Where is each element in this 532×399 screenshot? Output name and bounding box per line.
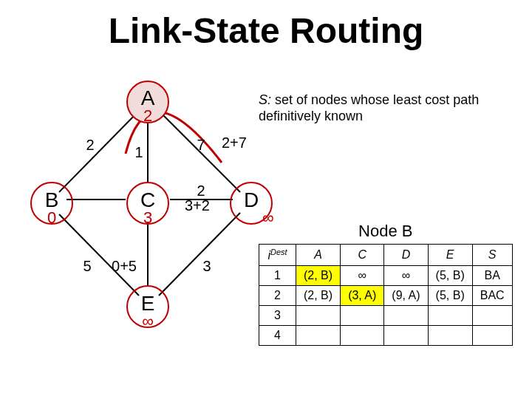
node-E-sub: ∞ bbox=[142, 312, 154, 330]
cell-E: (5, B) bbox=[428, 266, 472, 286]
table-header-row: iDest A C D E S bbox=[259, 245, 513, 266]
edge-label-BE: 5 bbox=[83, 258, 91, 274]
table-row: 1(2, B)∞∞(5, B)BA bbox=[259, 266, 513, 286]
cell-E: (5, B) bbox=[428, 286, 472, 306]
edge-label-AC: 1 bbox=[134, 144, 143, 160]
col-D: D bbox=[384, 245, 428, 266]
edge-BE bbox=[59, 214, 139, 296]
cell-D bbox=[384, 306, 428, 326]
edge-DE bbox=[159, 213, 240, 296]
node-A-label: A bbox=[141, 86, 155, 109]
anno-cd-calc: 3+2 bbox=[185, 197, 210, 214]
cell-A bbox=[296, 306, 341, 326]
cell-D: (9, A) bbox=[384, 286, 428, 306]
cell-D bbox=[384, 326, 428, 346]
table-row: 2(2, B)(3, A)(9, A)(5, B)BAC bbox=[259, 286, 513, 306]
cell-S bbox=[472, 306, 512, 326]
col-S: S bbox=[472, 245, 512, 266]
node-D-label: D bbox=[244, 188, 259, 211]
node-B-label: B bbox=[45, 188, 59, 211]
cell-A: (2, B) bbox=[296, 286, 341, 306]
cell-A bbox=[296, 326, 341, 346]
cell-S: BAC bbox=[472, 286, 512, 306]
cell-D: ∞ bbox=[384, 266, 428, 286]
table-row: 3 bbox=[259, 306, 513, 326]
edge-label-AB: 2 bbox=[86, 137, 94, 153]
cell-C bbox=[341, 306, 384, 326]
cell-iter: 2 bbox=[259, 286, 296, 306]
node-A-sub: 2 bbox=[143, 106, 152, 125]
cell-iter: 3 bbox=[259, 306, 296, 326]
node-C-sub: 3 bbox=[143, 208, 152, 227]
edge-label-CE: 0+5 bbox=[112, 258, 137, 274]
routing-table-wrap: Node B iDest A C D E S 1(2, B)∞∞(5, B)BA… bbox=[259, 222, 513, 346]
col-E: E bbox=[428, 245, 472, 266]
node-B-sub: 0 bbox=[47, 208, 56, 227]
cell-iter: 4 bbox=[259, 326, 296, 346]
cell-E bbox=[428, 306, 472, 326]
cell-E bbox=[428, 326, 472, 346]
cell-S: BA bbox=[472, 266, 512, 286]
anno-ad-calc: 2+7 bbox=[222, 134, 247, 151]
col-A: A bbox=[296, 245, 341, 266]
col-iter: iDest bbox=[259, 245, 296, 266]
cell-iter: 1 bbox=[259, 266, 296, 286]
table-caption: Node B bbox=[259, 222, 513, 241]
edge-label-CD: 2 bbox=[197, 183, 205, 199]
page-title: Link-State Routing bbox=[0, 0, 532, 51]
cell-C bbox=[341, 326, 384, 346]
routing-table: iDest A C D E S 1(2, B)∞∞(5, B)BA2(2, B)… bbox=[259, 244, 513, 346]
node-E-label: E bbox=[141, 292, 155, 315]
cell-C: (3, A) bbox=[341, 286, 384, 306]
edge-label-AD: 7 bbox=[197, 137, 205, 153]
cell-A: (2, B) bbox=[296, 266, 341, 286]
table-row: 4 bbox=[259, 326, 513, 346]
cell-S bbox=[472, 326, 512, 346]
node-C-label: C bbox=[140, 188, 155, 211]
col-C: C bbox=[341, 245, 384, 266]
cell-C: ∞ bbox=[341, 266, 384, 286]
edge-label-DE: 3 bbox=[202, 258, 211, 274]
